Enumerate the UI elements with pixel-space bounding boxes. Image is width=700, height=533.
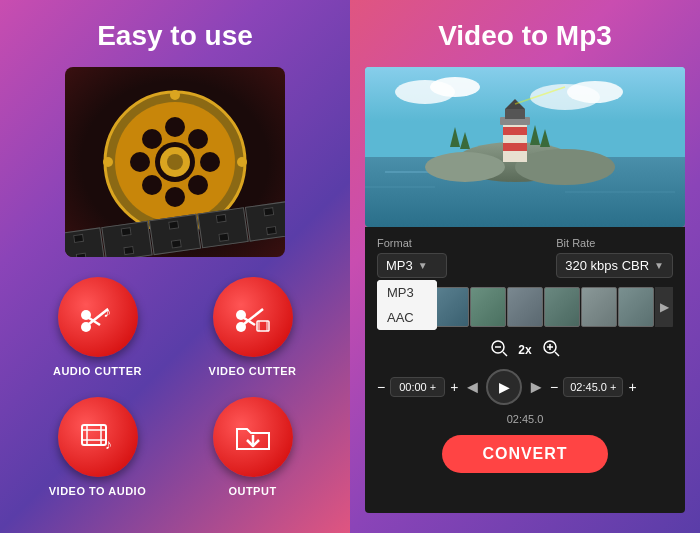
video-preview [365, 67, 685, 227]
converter-controls: Format MP3 ▼ MP3 AAC Bit Rate 320 kbps C… [365, 227, 685, 513]
zoom-controls: 2x [377, 337, 673, 363]
bitrate-dropdown[interactable]: 320 kbps CBR ▼ [556, 253, 673, 278]
bitrate-label: Bit Rate [556, 237, 673, 249]
right-title: Video to Mp3 [438, 20, 612, 52]
format-dropdown-container: MP3 ▼ MP3 AAC [377, 253, 447, 278]
timeline-next-btn[interactable]: ▶ [655, 287, 673, 327]
output-label: OUTPUT [228, 485, 276, 497]
end-plus-btn[interactable]: + [628, 379, 636, 395]
output-icon-circle [213, 397, 293, 477]
right-bracket-icon: ► [527, 377, 545, 398]
svg-point-5 [130, 152, 150, 172]
download-folder-icon [233, 417, 273, 457]
svg-point-16 [237, 157, 247, 167]
svg-rect-51 [503, 127, 527, 135]
svg-point-10 [188, 175, 208, 195]
lighthouse-scene-svg [365, 67, 685, 227]
left-title: Easy to use [97, 20, 253, 52]
film-music-icon: ♪ [78, 417, 118, 457]
scissors-music-icon: ♪ [78, 297, 118, 337]
svg-point-40 [567, 81, 623, 103]
svg-point-48 [515, 149, 615, 185]
output-btn[interactable]: OUTPUT [190, 397, 315, 497]
film-reel-illustration [65, 67, 285, 257]
svg-point-13 [170, 90, 180, 100]
svg-point-8 [188, 129, 208, 149]
svg-rect-29 [82, 425, 106, 445]
start-plus-btn[interactable]: + [450, 379, 458, 395]
zoom-out-btn[interactable] [488, 337, 510, 363]
end-minus-btn[interactable]: − [550, 379, 558, 395]
bitrate-dropdown-arrow: ▼ [654, 260, 664, 271]
svg-point-15 [103, 157, 113, 167]
total-duration: 02:45.0 [377, 413, 673, 425]
video-cutter-label: VIDEO CUTTER [209, 365, 297, 377]
audio-cutter-icon-circle: ♪ [58, 277, 138, 357]
start-minus-btn[interactable]: − [377, 379, 385, 395]
format-dropdown-arrow: ▼ [418, 260, 428, 271]
time-controls: − 00:00 + + ◄ ▶ ► − 02:45.0 + + [377, 369, 673, 405]
svg-point-3 [165, 117, 185, 137]
start-time-display: 00:00 + [390, 377, 445, 397]
video-to-audio-btn[interactable]: ♪ VIDEO TO AUDIO [35, 397, 160, 497]
format-option-mp3[interactable]: MP3 [377, 280, 437, 305]
video-to-audio-icon-circle: ♪ [58, 397, 138, 477]
svg-rect-54 [505, 109, 525, 119]
video-to-audio-label: VIDEO TO AUDIO [49, 485, 146, 497]
timeline-thumb-4 [507, 287, 543, 327]
svg-line-63 [503, 352, 507, 356]
svg-point-4 [165, 187, 185, 207]
left-panel: Easy to use [0, 0, 350, 533]
format-menu: MP3 AAC [377, 280, 437, 330]
left-bracket-icon: ◄ [463, 377, 481, 398]
format-option-aac[interactable]: AAC [377, 305, 437, 330]
zoom-value: 2x [518, 343, 531, 357]
svg-point-9 [142, 175, 162, 195]
timeline-thumb-3 [470, 287, 506, 327]
svg-line-67 [555, 352, 559, 356]
format-section: Format MP3 ▼ MP3 AAC [377, 237, 447, 278]
zoom-in-icon [542, 339, 560, 357]
svg-point-38 [430, 77, 480, 97]
timeline-thumb-6 [581, 287, 617, 327]
bitrate-section: Bit Rate 320 kbps CBR ▼ [556, 237, 673, 278]
play-btn[interactable]: ▶ [486, 369, 522, 405]
audio-cutter-label: AUDIO CUTTER [53, 365, 142, 377]
svg-point-7 [142, 129, 162, 149]
zoom-out-icon [490, 339, 508, 357]
format-label: Format [377, 237, 447, 249]
right-panel: Video to Mp3 [350, 0, 700, 533]
svg-text:♪: ♪ [105, 436, 112, 452]
format-bitrate-row: Format MP3 ▼ MP3 AAC Bit Rate 320 kbps C… [377, 237, 673, 278]
timeline-thumb-2 [433, 287, 469, 327]
svg-text:♪: ♪ [103, 303, 111, 320]
video-cutter-icon-circle [213, 277, 293, 357]
svg-point-49 [425, 152, 505, 182]
svg-rect-52 [503, 143, 527, 151]
end-time-display: 02:45.0 + [563, 377, 623, 397]
convert-button[interactable]: CONVERT [442, 435, 607, 473]
svg-point-12 [167, 154, 183, 170]
features-grid: ♪ AUDIO CUTTER VIDEO CUTTER [35, 277, 315, 497]
audio-cutter-btn[interactable]: ♪ AUDIO CUTTER [35, 277, 160, 377]
timeline-thumb-5 [544, 287, 580, 327]
scissors-film-icon [233, 297, 273, 337]
video-cutter-btn[interactable]: VIDEO CUTTER [190, 277, 315, 377]
zoom-in-btn[interactable] [540, 337, 562, 363]
timeline-thumb-7 [618, 287, 654, 327]
svg-point-6 [200, 152, 220, 172]
format-dropdown[interactable]: MP3 ▼ [377, 253, 447, 278]
